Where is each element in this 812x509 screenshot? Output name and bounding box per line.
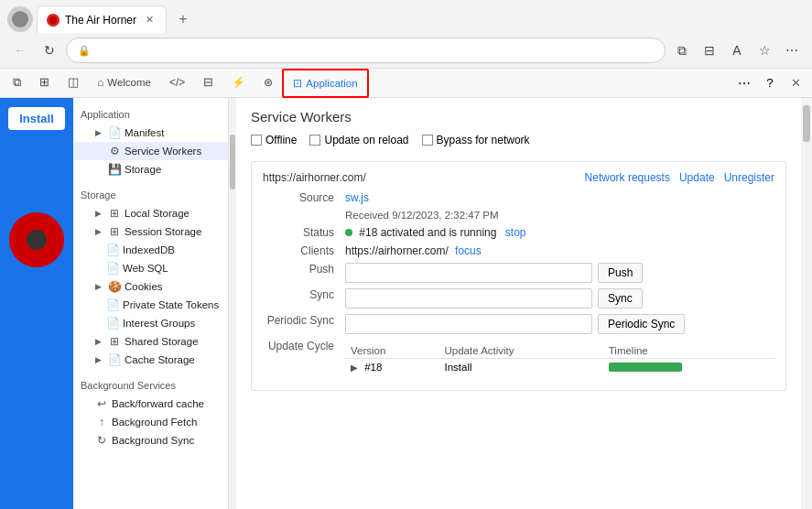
clients-value: https://airhorner.com/ focus (345, 244, 482, 257)
unregister-link[interactable]: Unregister (724, 171, 774, 184)
periodic-sync-input[interactable]: test-tag-from-devtools (345, 314, 592, 334)
shared-storage-arrow: ▶ (95, 337, 104, 346)
source-field: Source sw.js (263, 191, 774, 204)
welcome-tab-label: Welcome (107, 77, 151, 88)
local-storage-label: Local Storage (125, 208, 189, 219)
tree-item-background-fetch[interactable]: ↑ Background Fetch (73, 413, 228, 431)
periodic-sync-input-row: test-tag-from-devtools Periodic Sync (345, 314, 685, 334)
stop-link[interactable]: stop (505, 226, 526, 239)
star-button[interactable]: ☆ (752, 38, 777, 63)
tree-scrollbar[interactable] (229, 98, 236, 509)
devtools-tab-code[interactable]: </> (160, 69, 194, 98)
install-button[interactable]: Install (8, 107, 65, 130)
col-update-activity: Update Activity (438, 343, 602, 359)
content-scrollbar[interactable] (801, 98, 812, 509)
tree-item-cookies[interactable]: ▶ 🍪 Cookies (73, 277, 228, 296)
tree-item-bfcache[interactable]: ↩ Back/forward cache (73, 395, 228, 413)
sw-label: Service Workers (125, 146, 201, 157)
back-button[interactable]: ← (7, 38, 33, 63)
devtools-tab-console[interactable]: ⊞ (30, 69, 59, 98)
version-expand-arrow[interactable]: ▶ (351, 363, 358, 373)
lock-icon: 🔒 (78, 45, 91, 57)
pst-icon: 📄 (106, 298, 119, 311)
tree-item-private-state-tokens[interactable]: 📄 Private State Tokens (73, 296, 228, 314)
url-input[interactable]: https://airhorner.com (96, 44, 654, 57)
devtools-more-button[interactable]: ⋯ (731, 70, 757, 96)
tab-manager-button[interactable]: ⊟ (697, 38, 722, 63)
periodic-sync-label: Periodic Sync (263, 314, 345, 327)
tree-item-background-sync[interactable]: ↻ Background Sync (73, 431, 228, 449)
tree-item-indexeddb[interactable]: 📄 IndexedDB (73, 241, 228, 259)
version-cell: ▶ #18 (345, 359, 438, 376)
clients-label: Clients (263, 244, 345, 257)
tree-item-interest-groups[interactable]: 📄 Interest Groups (73, 314, 228, 332)
code-icon: </> (169, 76, 185, 89)
reload-button[interactable]: ↻ (37, 38, 62, 63)
console-icon: ⊞ (39, 75, 49, 89)
activity-cell: Install (438, 359, 602, 376)
col-timeline: Timeline (603, 343, 774, 359)
offline-checkbox[interactable]: Offline (251, 134, 297, 146)
favorites-button[interactable]: ⧉ (669, 38, 695, 63)
received-value: Received 9/12/2023, 2:32:47 PM (345, 210, 499, 221)
sync-input[interactable]: test-tag-from-devtools (345, 288, 592, 309)
shared-storage-icon: ⊞ (108, 335, 121, 348)
app-icon (9, 212, 64, 267)
devtools-tab-network[interactable]: ⊟ (194, 69, 222, 98)
bg-sync-label: Background Sync (112, 435, 194, 446)
push-input[interactable]: Test push message from DevTools. (345, 263, 592, 283)
devtools-tab-welcome[interactable]: ⌂ Welcome (88, 69, 160, 98)
new-tab-button[interactable]: + (170, 6, 196, 32)
push-label: Push (263, 263, 345, 276)
status-text: #18 activated and is running (359, 226, 496, 239)
devtools-tab-performance[interactable]: ⚡ (222, 69, 254, 98)
tree-item-storage[interactable]: 💾 Storage (73, 160, 228, 179)
offline-checkbox-box (251, 135, 262, 146)
ig-label: Interest Groups (123, 318, 195, 329)
tree-item-service-workers[interactable]: ⚙ Service Workers (73, 142, 228, 160)
address-bar: 🔒 https://airhorner.com (66, 38, 666, 63)
manifest-icon: 📄 (108, 126, 121, 139)
clients-focus-link[interactable]: focus (455, 244, 482, 257)
tree-item-shared-storage[interactable]: ▶ ⊞ Shared Storage (73, 332, 228, 351)
bg-fetch-label: Background Fetch (112, 417, 197, 428)
tree-item-session-storage[interactable]: ▶ ⊞ Session Storage (73, 222, 228, 241)
tree-panel-wrapper: Application ▶ 📄 Manifest ⚙ Service Worke… (73, 98, 236, 509)
sync-button[interactable]: Sync (598, 288, 643, 309)
more-button[interactable]: ⋯ (779, 38, 805, 63)
update-on-reload-checkbox[interactable]: Update on reload (309, 134, 408, 146)
received-field: Received 9/12/2023, 2:32:47 PM (263, 210, 774, 221)
periodic-sync-button[interactable]: Periodic Sync (598, 314, 685, 334)
bfcache-label: Back/forward cache (112, 398, 204, 409)
bypass-for-network-checkbox[interactable]: Bypass for network (422, 134, 530, 146)
tree-item-web-sql[interactable]: 📄 Web SQL (73, 259, 228, 277)
section-application-label: Application (73, 105, 228, 124)
network-requests-link[interactable]: Network requests (585, 171, 670, 184)
clients-url: https://airhorner.com/ (345, 244, 449, 257)
sw-entry: https://airhorner.com/ Network requests … (251, 161, 786, 391)
sync-label: Sync (263, 288, 345, 301)
content-panel: Service Workers Offline Update on reload… (236, 98, 801, 509)
tree-item-cache-storage[interactable]: ▶ 📄 Cache Storage (73, 351, 228, 369)
browser-tab[interactable]: The Air Horner ✕ (37, 5, 167, 33)
push-button[interactable]: Push (598, 263, 643, 283)
source-file-link[interactable]: sw.js (345, 191, 369, 204)
profile-button[interactable] (7, 6, 33, 32)
devtools-tab-wireless[interactable]: ⊛ (254, 69, 282, 98)
devtools-help-button[interactable]: ? (757, 70, 783, 96)
devtools-tab-application[interactable]: ⊡ Application (282, 69, 368, 98)
devtools-tab-sources[interactable]: ◫ (59, 69, 88, 98)
tree-item-local-storage[interactable]: ▶ ⊞ Local Storage (73, 204, 228, 222)
devtools-tab-elements[interactable]: ⧉ (4, 69, 30, 98)
tree-item-manifest[interactable]: ▶ 📄 Manifest (73, 124, 228, 142)
elements-icon: ⧉ (13, 75, 21, 90)
devtools-close-button[interactable]: ✕ (783, 70, 808, 96)
reader-view-button[interactable]: A (724, 38, 750, 63)
content-scrollbar-thumb (803, 105, 810, 142)
cache-storage-arrow: ▶ (95, 355, 104, 364)
table-row: ▶ #18 Install (345, 359, 774, 376)
tab-close-button[interactable]: ✕ (142, 13, 157, 27)
manifest-arrow: ▶ (95, 128, 104, 137)
update-link[interactable]: Update (679, 171, 715, 184)
app-icon-inner (27, 230, 47, 250)
